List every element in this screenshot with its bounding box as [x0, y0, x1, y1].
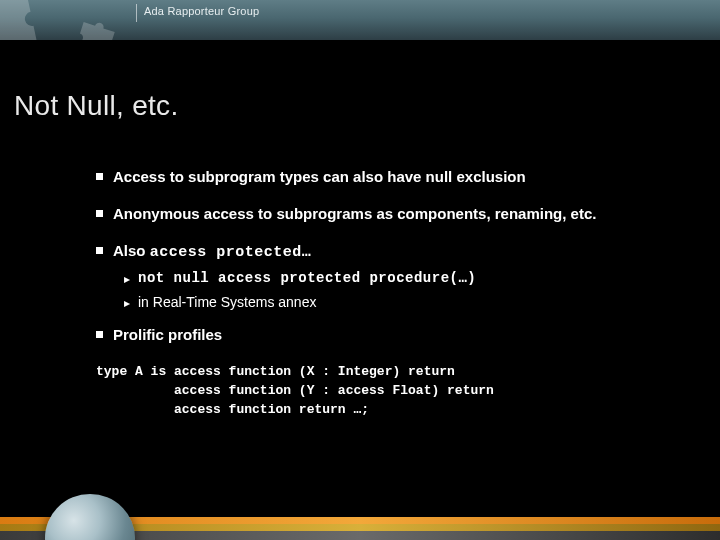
bullet-text: Also access protected…	[113, 242, 311, 263]
bottom-bar	[0, 510, 720, 540]
bullet-text: Prolific profiles	[113, 326, 222, 345]
globe-decoration	[45, 494, 135, 540]
sub-bullet-item: ▸ not null access protected procedure(…)	[124, 270, 686, 286]
bullet-item: Access to subprogram types can also have…	[96, 168, 686, 187]
square-bullet-icon	[96, 210, 103, 217]
bullet-prefix: Also	[113, 242, 150, 259]
sub-bullet-text: in Real-Time Systems annex	[138, 294, 316, 310]
code-line: access function (Y : access Float) retur…	[96, 383, 494, 398]
sub-bullet-item: ▸ in Real-Time Systems annex	[124, 294, 686, 310]
bullet-code: access protected…	[150, 244, 312, 261]
slide: Ada Rapporteur Group Not Null, etc. Acce…	[0, 0, 720, 540]
bullet-text: Access to subprogram types can also have…	[113, 168, 526, 187]
slide-title: Not Null, etc.	[14, 90, 178, 122]
arrow-bullet-icon: ▸	[124, 296, 130, 310]
square-bullet-icon	[96, 331, 103, 338]
code-block: type A is access function (X : Integer) …	[96, 363, 686, 420]
square-bullet-icon	[96, 173, 103, 180]
puzzle-piece-icon	[0, 0, 57, 40]
code-line: access function return …;	[96, 402, 369, 417]
bullet-item: Also access protected…	[96, 242, 686, 263]
sub-bullet-group: ▸ not null access protected procedure(…)…	[124, 270, 686, 310]
bullet-item: Prolific profiles	[96, 326, 686, 345]
arrow-bullet-icon: ▸	[124, 272, 130, 286]
bullet-item: Anonymous access to subprograms as compo…	[96, 205, 686, 224]
slide-body: Access to subprogram types can also have…	[96, 168, 686, 438]
code-line: type A is access function (X : Integer) …	[96, 364, 455, 379]
bullet-text: Anonymous access to subprograms as compo…	[113, 205, 596, 224]
square-bullet-icon	[96, 247, 103, 254]
header-divider	[136, 4, 137, 22]
header-background	[0, 0, 720, 40]
header-group-label: Ada Rapporteur Group	[144, 5, 259, 17]
sub-bullet-text: not null access protected procedure(…)	[138, 270, 476, 286]
puzzle-piece-icon	[61, 8, 129, 40]
